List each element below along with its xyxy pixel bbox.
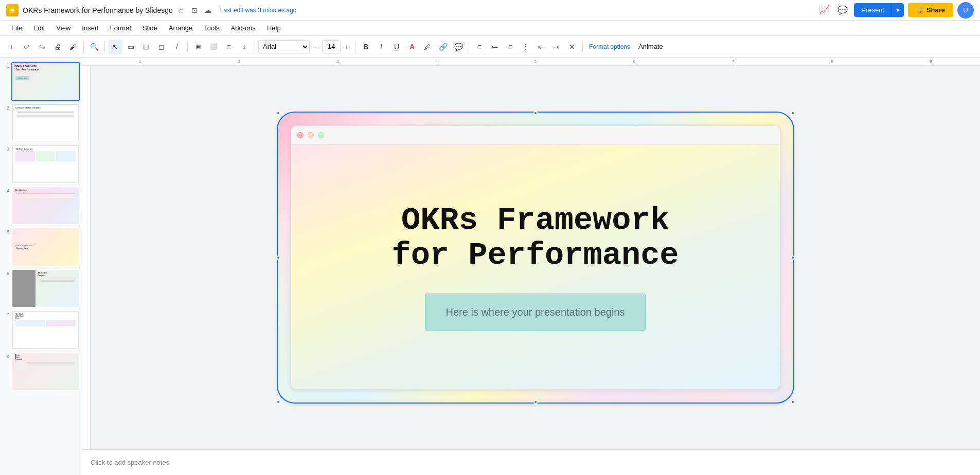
thumb-num-6: 6 [2,271,9,276]
speaker-notes-placeholder[interactable]: Click to add speaker notes [91,459,169,466]
zoom-button[interactable]: 🔍 [87,40,101,54]
menu-help[interactable]: Help [262,22,286,34]
svg-rect-2 [11,10,14,11]
browser-frame: OKRs Framework for Performance Here is w… [291,125,780,390]
share-label: Share [926,6,945,14]
thumb-num-8: 8 [2,354,9,359]
bg-color-button[interactable]: ▣ [191,40,205,54]
slide-canvas[interactable]: OKRs Framework for Performance Here is w… [278,113,793,402]
handle-mr[interactable] [791,255,795,260]
highlight-button[interactable]: 🖊 [420,40,435,54]
menu-insert[interactable]: Insert [77,22,104,34]
font-selector[interactable]: Arial [258,40,310,53]
line-spacing-button[interactable]: ↕ [237,40,252,54]
handle-ml[interactable] [276,255,280,260]
add-button[interactable]: + [4,40,19,54]
text-color-button[interactable]: A [405,40,419,54]
image-tool[interactable]: ⊡ [139,40,153,54]
thumbnails-panel: 1 OKRs Frameworkfor Performance subtitle… [0,58,82,475]
slide-main-title[interactable]: OKRs Framework for Performance [391,203,679,273]
menu-slide[interactable]: Slide [137,22,163,34]
bold-button[interactable]: B [359,40,373,54]
lock-icon: 🔒 [916,6,924,14]
print-button[interactable]: 🖨 [50,40,65,54]
canvas-area: 1 2 3 4 5 6 7 8 9 [82,58,980,475]
cursor-tool[interactable]: ↖ [108,40,122,54]
underline-button[interactable]: U [389,40,404,54]
cloud-icon[interactable]: ☁ [203,5,213,15]
slide-subtitle-box[interactable]: Here is where your presentation begins [425,294,646,331]
handle-tl[interactable] [276,111,280,115]
undo-button[interactable]: ↩ [20,40,34,54]
thumbnail-6[interactable]: 6 About theProject [2,269,80,308]
folder-icon[interactable]: ⊡ [189,5,200,15]
redo-button[interactable]: ↪ [35,40,49,54]
handle-bc[interactable] [533,400,538,404]
thumbnail-5[interactable]: 5 "This is a quote text..." — Resource N… [2,227,80,267]
thumb-slide-6[interactable]: About theProject [11,269,80,308]
slide-title-line2: for Performance [391,237,679,273]
indent-increase-button[interactable]: ⇥ [549,40,564,54]
comment-icon[interactable]: 💬 [835,3,850,17]
list-options-button[interactable]: ⋮ [519,40,533,54]
thumb-num-7: 7 [2,312,9,317]
thumb-slide-7[interactable]: The SlideTitle GoesHere [11,310,80,350]
thumbnail-2[interactable]: 2 Contents of this Template [2,103,80,143]
thumb-num-4: 4 [2,188,9,193]
thumb-slide-8[interactable]: Stop,Start,Proceed [11,352,80,391]
menu-edit[interactable]: Edit [28,22,50,34]
thumb-slide-4[interactable]: Our Company [11,186,80,226]
unordered-list-button[interactable]: ≡ [503,40,518,54]
handle-tr[interactable] [791,111,795,115]
browser-content: OKRs Framework for Performance Here is w… [291,144,780,389]
thumbnail-8[interactable]: 8 Stop,Start,Proceed [2,352,80,391]
clear-format-button[interactable]: ✕ [565,40,579,54]
star-icon[interactable]: ☆ [176,5,186,15]
increase-font-button[interactable]: + [342,42,352,52]
thumb-num-5: 5 [2,229,9,234]
speaker-notes-area[interactable]: Click to add speaker notes [82,449,980,475]
decrease-font-button[interactable]: − [311,42,321,52]
menu-file[interactable]: File [6,22,27,34]
thumbnail-4[interactable]: 4 Our Company [2,186,80,226]
shapes-tool[interactable]: ◻ [154,40,169,54]
thumbnail-7[interactable]: 7 The SlideTitle GoesHere [2,310,80,350]
thumbnail-3[interactable]: 3 Table of Contents [2,144,80,184]
menu-arrange[interactable]: Arrange [164,22,198,34]
comment-toolbar-button[interactable]: 💬 [451,40,466,54]
activity-icon[interactable]: 📈 [817,3,831,17]
link-button[interactable]: 🔗 [436,40,450,54]
share-button[interactable]: 🔒 Share [908,3,953,17]
slide-viewport[interactable]: OKRs Framework for Performance Here is w… [91,66,980,449]
thumb-slide-2[interactable]: Contents of this Template [11,103,80,143]
menu-view[interactable]: View [51,22,76,34]
format-options-button[interactable]: Format options [586,41,633,52]
border-color-button[interactable]: ⬜ [206,40,221,54]
indent-decrease-button[interactable]: ⇤ [534,40,548,54]
menu-format[interactable]: Format [105,22,136,34]
present-button[interactable]: Present [854,3,892,17]
document-title[interactable]: OKRs Framework for Performance by Slides… [23,6,173,14]
text-box-tool[interactable]: ▭ [123,40,138,54]
handle-bl[interactable] [276,400,280,404]
menu-addons[interactable]: Add-ons [226,22,261,34]
text-align-button[interactable]: ≡ [472,40,487,54]
animate-button[interactable]: Animate [634,41,667,52]
italic-button[interactable]: I [374,40,388,54]
thumb-slide-5[interactable]: "This is a quote text..." — Resource Nam… [11,227,80,267]
thumb-num-1: 1 [2,64,9,69]
ordered-list-button[interactable]: ≔ [488,40,502,54]
line-tool[interactable]: / [170,40,184,54]
last-edit-label[interactable]: Last edit was 3 minutes ago [220,7,297,14]
thumbnail-1[interactable]: 1 OKRs Frameworkfor Performance subtitle… [2,62,80,101]
menu-tools[interactable]: Tools [199,22,224,34]
thumb-slide-1[interactable]: OKRs Frameworkfor Performance subtitle h… [11,62,80,101]
handle-tc[interactable] [533,111,538,115]
paint-format-button[interactable]: 🖌 [66,40,80,54]
font-size-input[interactable] [322,40,341,53]
handle-br[interactable] [791,400,795,404]
user-avatar[interactable]: U [957,2,974,19]
thumb-slide-3[interactable]: Table of Contents [11,144,80,184]
present-dropdown-button[interactable]: ▼ [892,3,904,17]
align-button[interactable]: ≡ [222,40,236,54]
